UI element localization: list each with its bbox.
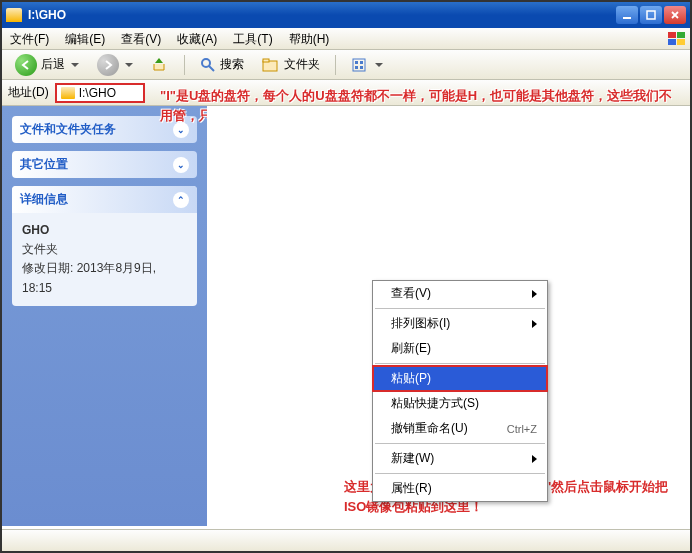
details-modified-label: 修改日期: (22, 261, 73, 275)
svg-rect-1 (647, 11, 655, 19)
svg-rect-4 (668, 39, 676, 45)
menu-favorites[interactable]: 收藏(A) (169, 28, 225, 49)
window-title: I:\GHO (28, 8, 616, 22)
panel-details-header[interactable]: 详细信息 ⌃ (12, 186, 197, 213)
submenu-arrow-icon (532, 290, 537, 298)
views-dropdown-icon (375, 63, 383, 67)
ctx-refresh-label: 刷新(E) (391, 340, 431, 357)
svg-rect-5 (677, 39, 685, 45)
search-button[interactable]: 搜索 (193, 53, 251, 76)
ctx-separator (375, 363, 545, 364)
panel-places: 其它位置 ⌄ (12, 151, 197, 178)
sidebar: 文件和文件夹任务 ⌄ 其它位置 ⌄ 详细信息 ⌃ GHO 文件夹 修改日期: 2… (2, 106, 207, 526)
svg-rect-2 (668, 32, 676, 38)
menu-view[interactable]: 查看(V) (113, 28, 169, 49)
ctx-paste-shortcut[interactable]: 粘贴快捷方式(S) (373, 391, 547, 416)
ctx-paste[interactable]: 粘贴(P) (373, 366, 547, 391)
svg-point-6 (202, 59, 210, 67)
title-folder-icon (6, 8, 22, 22)
svg-rect-3 (677, 32, 685, 38)
details-type: 文件夹 (22, 240, 187, 259)
ctx-undo-rename-label: 撤销重命名(U) (391, 420, 468, 437)
minimize-button[interactable] (616, 6, 638, 24)
context-menu: 查看(V) 排列图标(I) 刷新(E) 粘贴(P) 粘贴快捷方式(S) 撤销重命… (372, 280, 548, 502)
ctx-undo-rename[interactable]: 撤销重命名(U) Ctrl+Z (373, 416, 547, 441)
back-label: 后退 (41, 56, 65, 73)
ctx-arrange-label: 排列图标(I) (391, 315, 450, 332)
ctx-undo-shortcut: Ctrl+Z (507, 423, 537, 435)
address-label: 地址(D) (8, 84, 49, 101)
views-button[interactable] (344, 54, 390, 76)
panel-places-header[interactable]: 其它位置 ⌄ (12, 151, 197, 178)
ctx-properties[interactable]: 属性(R) (373, 476, 547, 501)
svg-rect-12 (355, 66, 358, 69)
menu-file[interactable]: 文件(F) (2, 28, 57, 49)
menu-edit[interactable]: 编辑(E) (57, 28, 113, 49)
address-folder-icon (61, 87, 75, 99)
panel-details-title: 详细信息 (20, 191, 68, 208)
ctx-new[interactable]: 新建(W) (373, 446, 547, 471)
chevron-down-icon: ⌄ (173, 157, 189, 173)
folders-button[interactable]: 文件夹 (255, 53, 327, 76)
up-icon (151, 56, 169, 74)
toolbar-separator (184, 55, 185, 75)
views-icon (351, 57, 369, 73)
panel-places-title: 其它位置 (20, 156, 68, 173)
address-input[interactable]: I:\GHO (55, 83, 145, 103)
svg-rect-8 (263, 59, 269, 62)
back-icon (15, 54, 37, 76)
svg-rect-9 (353, 59, 365, 71)
panel-details: 详细信息 ⌃ GHO 文件夹 修改日期: 2013年8月9日, 18:15 (12, 186, 197, 306)
submenu-arrow-icon (532, 320, 537, 328)
forward-button[interactable] (90, 51, 140, 79)
search-label: 搜索 (220, 56, 244, 73)
folders-icon (262, 57, 280, 73)
ctx-new-label: 新建(W) (391, 450, 434, 467)
ctx-refresh[interactable]: 刷新(E) (373, 336, 547, 361)
svg-rect-13 (360, 66, 363, 69)
ctx-view-label: 查看(V) (391, 285, 431, 302)
menu-tools[interactable]: 工具(T) (225, 28, 280, 49)
forward-icon (97, 54, 119, 76)
ctx-arrange[interactable]: 排列图标(I) (373, 311, 547, 336)
ctx-paste-shortcut-label: 粘贴快捷方式(S) (391, 395, 479, 412)
windows-flag-icon (664, 28, 690, 49)
panel-tasks-title: 文件和文件夹任务 (20, 121, 116, 138)
submenu-arrow-icon (532, 455, 537, 463)
ctx-properties-label: 属性(R) (391, 480, 432, 497)
svg-rect-11 (360, 61, 363, 64)
address-path: I:\GHO (79, 86, 116, 100)
status-bar (2, 529, 690, 551)
ctx-separator (375, 443, 545, 444)
ctx-separator (375, 473, 545, 474)
back-dropdown-icon (71, 63, 79, 67)
ctx-view[interactable]: 查看(V) (373, 281, 547, 306)
close-button[interactable] (664, 6, 686, 24)
chevron-up-icon: ⌃ (173, 192, 189, 208)
details-name: GHO (22, 221, 187, 240)
ctx-separator (375, 308, 545, 309)
svg-rect-10 (355, 61, 358, 64)
toolbar-separator-2 (335, 55, 336, 75)
maximize-button[interactable] (640, 6, 662, 24)
back-button[interactable]: 后退 (8, 51, 86, 79)
ctx-paste-label: 粘贴(P) (391, 370, 431, 387)
svg-rect-0 (623, 17, 631, 19)
up-button[interactable] (144, 53, 176, 77)
search-icon (200, 57, 216, 73)
forward-dropdown-icon (125, 63, 133, 67)
menu-help[interactable]: 帮助(H) (281, 28, 338, 49)
folders-label: 文件夹 (284, 56, 320, 73)
